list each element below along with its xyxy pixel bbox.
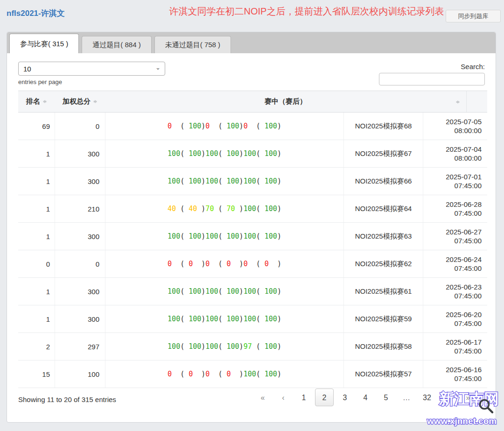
score-value: 100 xyxy=(244,315,256,323)
sort-icon xyxy=(43,98,47,105)
total-score-cell: 0 xyxy=(55,113,105,140)
score-paren: ) xyxy=(277,342,281,351)
score-after-value: 100 xyxy=(265,122,277,130)
score-value: 0 xyxy=(244,122,256,130)
score-value: 100 xyxy=(205,315,218,323)
tab-bar: 参与比赛( 315 )通过题目( 884 )未通过题目( 758 ) xyxy=(7,32,496,53)
rank-cell: 69 xyxy=(18,113,55,140)
page-number[interactable]: 5 xyxy=(377,389,395,406)
card-body: 10 ⌄ entries per page Search: 排名 加权总分 赛中… xyxy=(7,53,496,423)
score-value: 100 xyxy=(244,177,256,185)
page-number[interactable]: 3 xyxy=(336,389,354,406)
score-paren: ) xyxy=(201,205,205,213)
score-paren: ) xyxy=(239,370,244,378)
column-header-scores[interactable]: 赛中（赛后） xyxy=(105,91,466,112)
scores-cell: 0 ( 0 ) 0 ( 0 ) 0 ( 0 ) xyxy=(105,250,343,277)
rank-cell: 1 xyxy=(18,305,55,332)
page-size-select[interactable]: 10 xyxy=(18,62,165,76)
contest-name-cell: NOI2025模拟赛61 xyxy=(343,278,423,305)
score-value: 100 xyxy=(205,287,218,296)
score-paren: ) xyxy=(201,315,205,323)
contest-name-cell: NOI2025模拟赛58 xyxy=(343,333,423,360)
score-value: 0 xyxy=(205,370,218,378)
date-cell: 2025-06-2007:45:00 xyxy=(423,305,487,332)
contest-name-cell: NOI2025模拟赛67 xyxy=(343,140,423,167)
score-paren: ( xyxy=(256,342,265,351)
score-paren: ( xyxy=(256,177,265,185)
score-after-value: 0 xyxy=(227,260,239,268)
score-value: 100 xyxy=(205,342,218,351)
table-row: 000 ( 0 ) 0 ( 0 ) 0 ( 0 )NOI2025模拟赛62202… xyxy=(18,250,487,278)
score-after-value: 100 xyxy=(189,149,201,158)
score-value: 40 xyxy=(168,205,180,213)
score-paren: ) xyxy=(277,205,281,213)
date-time: 2025-07-0508:00:00 xyxy=(446,117,482,135)
score-after-value: 100 xyxy=(227,177,239,185)
score-after-value: 100 xyxy=(189,177,201,185)
scores-cell: 0 ( 100) 0 ( 100) 0 ( 100) xyxy=(105,113,343,140)
score-paren: ) xyxy=(277,177,281,185)
score-paren: ( xyxy=(218,370,226,378)
score-paren: ( xyxy=(180,177,189,185)
column-header-total[interactable]: 加权总分 xyxy=(55,91,105,112)
page-number[interactable]: 32 xyxy=(418,389,436,406)
rank-cell: 15 xyxy=(18,360,55,388)
column-header-rank[interactable]: 排名 xyxy=(18,91,55,112)
score-paren: ( xyxy=(180,315,189,323)
table-row: 2297100( 100) 100( 100) 97 ( 100)NOI2025… xyxy=(18,333,487,360)
score-after-value: 100 xyxy=(189,315,201,323)
column-header-total-label: 加权总分 xyxy=(63,97,91,106)
total-score-cell: 210 xyxy=(55,195,105,222)
contest-name-cell: NOI2025模拟赛57 xyxy=(343,360,423,388)
score-value: 100 xyxy=(244,287,256,296)
score-paren: ) xyxy=(239,122,244,130)
search-input[interactable] xyxy=(379,73,485,85)
page-number[interactable]: 1 xyxy=(294,389,313,406)
score-paren: ( xyxy=(180,232,189,240)
score-after-value: 70 xyxy=(227,205,239,213)
page-first[interactable]: « xyxy=(253,389,272,406)
score-paren: ( xyxy=(256,149,265,158)
score-paren: ) xyxy=(239,342,244,351)
score-value: 100 xyxy=(168,287,180,296)
sync-button[interactable]: 同步到题库 xyxy=(446,10,501,22)
score-paren: ) xyxy=(277,315,281,323)
table-row: 1300100( 100) 100( 100) 100( 100)NOI2025… xyxy=(18,140,487,168)
score-value: 100 xyxy=(168,149,180,158)
scores-cell: 40 ( 40 ) 70 ( 70 ) 100( 100) xyxy=(105,195,343,222)
column-header-empty xyxy=(466,91,487,112)
score-after-value: 100 xyxy=(265,342,277,351)
score-paren: ) xyxy=(201,149,205,158)
score-value: 100 xyxy=(244,232,256,240)
contest-name-cell: NOI2025模拟赛66 xyxy=(343,168,423,195)
content-card: 参与比赛( 315 )通过题目( 884 )未通过题目( 758 ) 10 ⌄ … xyxy=(7,32,496,423)
rank-cell: 1 xyxy=(18,195,55,222)
score-value: 100 xyxy=(168,342,180,351)
score-paren: ) xyxy=(239,205,244,213)
date-cell: 2025-07-0408:00:00 xyxy=(423,140,487,167)
contest-name-cell: NOI2025模拟赛62 xyxy=(343,250,423,277)
score-paren: ) xyxy=(201,122,205,130)
score-after-value: 100 xyxy=(189,342,201,351)
score-after-value: 100 xyxy=(265,315,277,323)
page-prev[interactable]: ‹ xyxy=(274,389,293,406)
total-score-cell: 0 xyxy=(55,250,105,277)
tab-unsolved-problems[interactable]: 未通过题目( 758 ) xyxy=(154,36,231,53)
score-value: 0 xyxy=(244,260,256,268)
page-number[interactable]: 4 xyxy=(356,389,375,406)
score-after-value: 100 xyxy=(265,177,277,185)
date-cell: 2025-06-2807:45:00 xyxy=(423,195,487,222)
page-number[interactable]: 2 xyxy=(315,389,334,406)
score-paren: ) xyxy=(201,260,205,268)
score-value: 100 xyxy=(205,149,218,158)
date-time: 2025-06-2707:45:00 xyxy=(446,227,482,245)
entries-info: Showing 11 to 20 of 315 entries xyxy=(18,396,116,403)
tab-solved-problems[interactable]: 通过题目( 884 ) xyxy=(82,36,151,53)
score-paren: ) xyxy=(239,287,244,296)
table-row: 1300100( 100) 100( 100) 100( 100)NOI2025… xyxy=(18,278,487,305)
score-paren: ( xyxy=(180,287,189,296)
scores-cell: 100( 100) 100( 100) 97 ( 100) xyxy=(105,333,343,360)
scores-cell: 100( 100) 100( 100) 100( 100) xyxy=(105,168,343,195)
score-paren: ) xyxy=(201,232,205,240)
tab-contests[interactable]: 参与比赛( 315 ) xyxy=(9,34,79,53)
